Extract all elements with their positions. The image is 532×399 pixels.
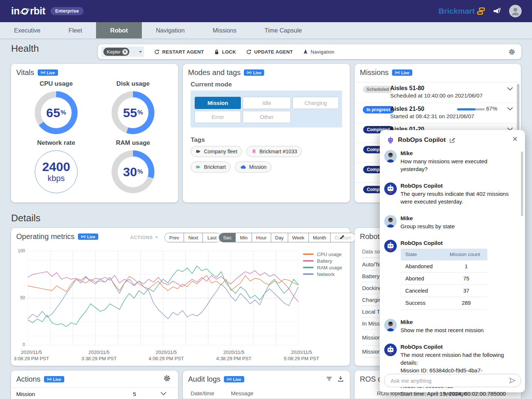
chevron-down-icon[interactable]: [139, 51, 142, 53]
mode-button-error[interactable]: Error: [195, 111, 241, 123]
chat-message: RobOps Copilot The most recent mission h…: [384, 344, 516, 398]
actions-dropdown[interactable]: ACTIONS: [130, 235, 158, 240]
chat-message: Mike How many missions were executed yes…: [384, 150, 516, 173]
copilot-scrollbar[interactable]: [521, 151, 523, 216]
copilot-avatar: [384, 183, 397, 195]
live-badge: Live: [38, 69, 58, 76]
live-badge: Live: [392, 69, 412, 76]
next-button[interactable]: Next: [184, 233, 203, 242]
last-button[interactable]: Last: [202, 233, 221, 242]
tab-time-capsule[interactable]: Time Capsule: [250, 22, 316, 38]
mode-button-mission[interactable]: Mission: [195, 97, 241, 109]
chat-message: RobOps Copilot State Mission count Aband…: [384, 240, 516, 309]
action-row-label: Mission: [16, 391, 35, 397]
close-icon[interactable]: ×: [512, 134, 518, 143]
disk-donut: 55%: [112, 91, 154, 134]
live-badge: Live: [224, 376, 244, 382]
bookmark-icon: [251, 149, 257, 154]
actions-title: Actions: [16, 375, 41, 383]
y-tick: 50: [14, 295, 25, 300]
edit-icon[interactable]: [449, 137, 456, 144]
tags-list: Company fleet Brickmart #1033 Brickmart …: [191, 146, 342, 173]
navigation-label: Navigation: [311, 49, 334, 55]
live-label: Live: [253, 71, 261, 75]
range-segmented-control: Sec Min Hour Day Week Month Custom: [219, 233, 356, 242]
robot-chip-label: Kepler: [107, 49, 121, 55]
range-month[interactable]: Month: [308, 233, 330, 242]
navigation-arrow-icon: [303, 49, 308, 55]
live-label: Live: [53, 377, 61, 382]
logo-text-rbit: rbit: [30, 6, 45, 17]
chevron-down-icon[interactable]: [161, 392, 166, 396]
gauge-cpu: CPU usage 65%: [18, 80, 95, 134]
tag-icon: [195, 164, 201, 170]
actions-card: Actions Live Mission 5: [11, 371, 178, 399]
chart-legend: CPU usage Battery RAM usage Network: [303, 251, 342, 277]
audit-logs-card: Audit logs Live Date/time Message: [183, 371, 350, 399]
navigation-button[interactable]: Navigation: [303, 49, 334, 55]
range-week[interactable]: Week: [288, 233, 308, 242]
vitals-title: Vitals: [16, 68, 34, 77]
edit-pencil-icon[interactable]: [339, 234, 345, 240]
modes-title: Modes and tags: [188, 68, 241, 77]
account-brand: Brickmart: [439, 7, 485, 16]
tab-robot[interactable]: Robot: [96, 22, 142, 38]
tab-navigation[interactable]: Navigation: [142, 22, 199, 38]
account-name: Brickmart: [439, 7, 475, 16]
mission-row[interactable]: In progress Aisles 21-50 67% Started at …: [355, 103, 521, 123]
app-screen: in rbit Enterprise Brickmart: [0, 0, 532, 399]
update-agent-button[interactable]: UPDATE AGENT: [246, 49, 293, 55]
missions-scrollbar[interactable]: [517, 84, 519, 130]
metrics-line-chart: [28, 251, 299, 345]
robot-chip[interactable]: Kepler ×: [103, 48, 129, 56]
y-tick: 100: [14, 248, 25, 253]
gauge-label: Network rate: [18, 139, 95, 147]
download-icon[interactable]: [337, 375, 344, 382]
tab-executive[interactable]: Executive: [0, 22, 55, 38]
copilot-input[interactable]: [385, 378, 509, 384]
live-icon: [41, 71, 45, 75]
mode-button-charging[interactable]: Charging: [293, 97, 339, 109]
chevron-down-icon[interactable]: [507, 107, 513, 111]
range-day[interactable]: Day: [271, 233, 288, 242]
chat-message: Mike Show me the most recent mission: [384, 319, 516, 334]
restart-agent-button[interactable]: RESTART AGENT: [154, 49, 204, 55]
table-row: Canceled37: [401, 285, 488, 297]
range-hour[interactable]: Hour: [252, 233, 270, 242]
mission-row[interactable]: Scheduled Aisles 51-80 Scheduled at 10:4…: [355, 82, 521, 103]
lock-button[interactable]: LOCK: [214, 49, 236, 55]
megaphone-icon[interactable]: [493, 7, 502, 16]
user-avatar[interactable]: [509, 5, 522, 17]
mission-state-table: State Mission count Abandoned1 Aborted75: [400, 248, 488, 309]
range-sec[interactable]: Sec: [219, 233, 235, 242]
copilot-title: RobOps Copilot: [398, 136, 446, 144]
x-tick: 2020/11/54:38:29 PM PST: [210, 349, 258, 362]
chevron-down-icon[interactable]: [507, 87, 513, 91]
cloud-icon: [240, 164, 246, 170]
robot-selector[interactable]: Kepler ×: [101, 47, 144, 57]
x-tick: 2020/11/53:38:29 PM PST: [75, 349, 123, 362]
mode-button-other[interactable]: Other: [243, 111, 291, 123]
filter-icon[interactable]: [326, 375, 332, 382]
gauge-label: CPU usage: [18, 80, 95, 88]
x-tick: 2020/11/54:08:29 PM PST: [142, 349, 190, 362]
settings-gear-icon[interactable]: [508, 48, 515, 55]
orbit-o-icon: [20, 6, 30, 16]
action-row-count: 5: [133, 391, 136, 397]
details-title: Details: [11, 212, 40, 224]
update-agent-label: UPDATE AGENT: [254, 49, 293, 55]
prev-button[interactable]: Prev: [165, 233, 184, 242]
settings-gear-icon[interactable]: [163, 375, 171, 382]
tab-missions[interactable]: Missions: [199, 22, 250, 38]
main-nav: Executive Fleet Robot Navigation Mission…: [0, 22, 532, 38]
legend-item: Network: [303, 271, 342, 277]
mode-button-idle[interactable]: Idle: [243, 97, 291, 109]
x-tick: 2020/11/55:08:29 PM PST: [277, 349, 325, 362]
range-min[interactable]: Min: [235, 233, 252, 242]
tab-fleet[interactable]: Fleet: [55, 22, 96, 38]
send-icon[interactable]: [509, 377, 516, 384]
mission-progress-bar: [457, 108, 485, 110]
chip-remove-icon[interactable]: ×: [122, 49, 128, 55]
user-avatar: [384, 215, 397, 228]
copilot-input-wrap: [384, 374, 521, 387]
